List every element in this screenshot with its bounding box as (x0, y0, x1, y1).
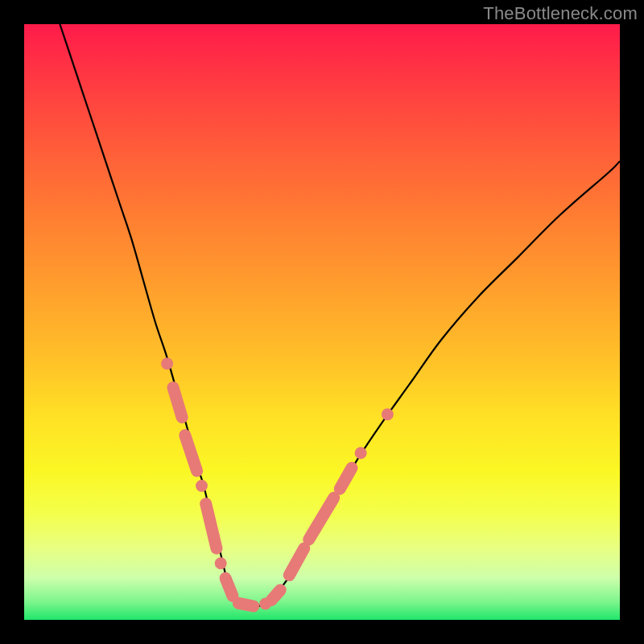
curve-marker-capsule (289, 548, 304, 575)
bottleneck-curve-path (60, 24, 620, 607)
curve-marker-capsule (238, 603, 254, 606)
curve-marker-capsule (309, 497, 334, 539)
curve-marker-dot (161, 357, 173, 369)
chart-stage: TheBottleneck.com (0, 0, 644, 644)
curve-marker-dot (196, 480, 208, 492)
curve-marker-dot (355, 447, 367, 459)
curve-marker-dot (382, 408, 394, 420)
bottleneck-curve-svg (24, 24, 620, 620)
curve-marker-capsule (225, 578, 233, 596)
curve-marker-capsule (206, 504, 217, 549)
curve-marker-capsule (340, 468, 352, 489)
curve-marker-dot (215, 557, 227, 569)
curve-marker-capsule (185, 436, 197, 471)
watermark-text: TheBottleneck.com (483, 3, 638, 24)
curve-marker-capsule (271, 590, 280, 601)
curve-marker-capsule (173, 387, 182, 417)
curve-markers (161, 357, 394, 609)
